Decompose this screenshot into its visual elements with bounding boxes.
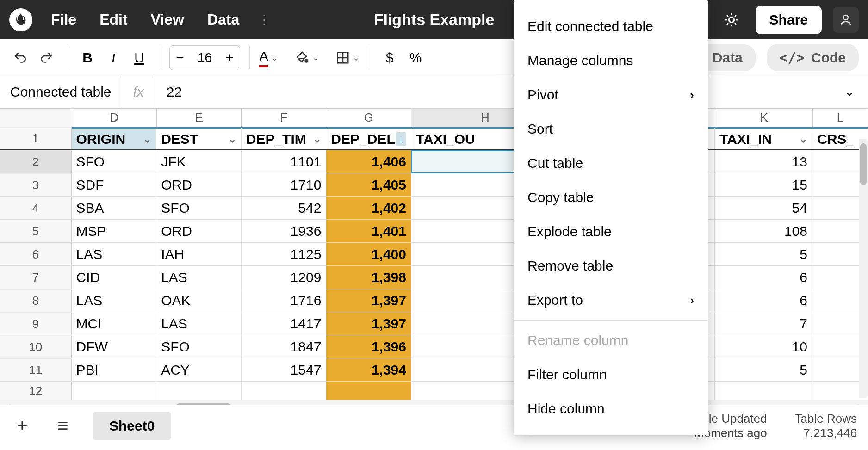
fill-color-button[interactable]: ⌄ (295, 50, 319, 65)
cell[interactable]: 108 (715, 220, 812, 242)
cell[interactable]: 1716 (242, 289, 327, 312)
cell[interactable]: 1547 (242, 358, 327, 381)
cell[interactable]: 1417 (242, 312, 327, 335)
menu-item[interactable]: Explode table (514, 215, 708, 249)
col-title-taxi-in[interactable]: TAXI_IN⌄ (715, 127, 812, 149)
menu-data[interactable]: Data (207, 11, 239, 28)
cell[interactable]: PBI (72, 358, 157, 381)
sheet-list-button[interactable]: ≡ (52, 415, 74, 436)
cell[interactable]: 1,401 (326, 220, 411, 242)
scroll-left-icon[interactable]: ◀ (0, 402, 14, 405)
horizontal-scrollbar[interactable]: ◀ ▶ (0, 400, 868, 405)
menu-item[interactable]: Sort (514, 112, 708, 146)
cell[interactable]: LAS (72, 243, 157, 265)
row-header[interactable]: 7 (0, 266, 72, 289)
cell[interactable]: LAS (156, 266, 242, 289)
cell[interactable] (72, 382, 157, 400)
add-sheet-button[interactable]: + (11, 415, 33, 436)
row-header[interactable]: 4 (0, 197, 72, 219)
menu-item[interactable]: Cut table (514, 146, 708, 180)
formula-input[interactable]: 22 (155, 84, 831, 100)
cell[interactable]: 5 (715, 358, 812, 381)
cell[interactable] (715, 382, 812, 400)
scroll-right-icon[interactable]: ▶ (854, 402, 868, 405)
menu-view[interactable]: View (151, 11, 184, 28)
app-logo[interactable] (9, 8, 32, 31)
menu-item[interactable]: Copy table (514, 180, 708, 215)
col-header-K[interactable]: K (715, 109, 813, 127)
row-header[interactable]: 1 (0, 127, 72, 149)
scroll-thumb[interactable] (860, 143, 867, 185)
italic-button[interactable]: I (102, 47, 124, 69)
cell[interactable]: LAS (156, 312, 242, 335)
text-color-button[interactable]: A ⌄ (259, 49, 278, 67)
cell[interactable]: MCI (72, 312, 157, 335)
doc-title[interactable]: Flights Example (374, 11, 495, 29)
bold-button[interactable]: B (76, 47, 99, 69)
cell[interactable]: 1,397 (326, 289, 411, 312)
cell[interactable]: 1,397 (326, 312, 411, 335)
menu-item[interactable]: Export to› (514, 283, 708, 317)
cell[interactable]: 1125 (242, 243, 327, 265)
share-button[interactable]: Share (756, 6, 822, 34)
row-header[interactable]: 3 (0, 173, 72, 196)
cell[interactable]: JFK (156, 150, 242, 173)
menu-item[interactable]: Filter column (514, 358, 708, 392)
cell[interactable]: 54 (715, 197, 812, 219)
vertical-scrollbar[interactable] (859, 139, 868, 398)
cell[interactable]: MSP (72, 220, 157, 242)
kebab-icon[interactable]: ⋮ (258, 12, 271, 27)
cell[interactable]: SDF (72, 173, 157, 196)
cell[interactable]: 7 (715, 312, 812, 335)
redo-icon[interactable] (35, 47, 57, 69)
row-header[interactable]: 9 (0, 312, 72, 335)
cell[interactable]: 1,396 (326, 335, 411, 358)
cell[interactable]: 1,394 (326, 358, 411, 381)
row-header[interactable]: 8 (0, 289, 72, 312)
cell[interactable]: 10 (715, 335, 812, 358)
underline-button[interactable]: U (128, 47, 150, 69)
col-title-dep-time[interactable]: DEP_TIM⌄ (242, 127, 327, 149)
row-header[interactable]: 6 (0, 243, 72, 265)
cell[interactable]: 1,405 (326, 173, 411, 196)
cell[interactable]: ACY (156, 358, 242, 381)
menu-file[interactable]: File (51, 11, 76, 28)
menu-item[interactable]: Edit connected table (514, 9, 708, 43)
col-header-L[interactable]: L (813, 109, 868, 127)
corner-cell[interactable] (0, 109, 72, 127)
cell[interactable]: 1,398 (326, 266, 411, 289)
scroll-thumb[interactable] (176, 403, 231, 405)
cell[interactable]: SBA (72, 197, 157, 219)
cell[interactable]: 1710 (242, 173, 327, 196)
cell[interactable]: IAH (156, 243, 242, 265)
cell[interactable]: 1936 (242, 220, 327, 242)
menu-item[interactable]: Pivot› (514, 78, 708, 112)
row-header[interactable]: 10 (0, 335, 72, 358)
cell[interactable]: SFO (72, 150, 157, 173)
menu-item[interactable]: Manage columns (514, 43, 708, 78)
chevron-down-icon[interactable]: ⌄ (831, 86, 868, 99)
user-icon[interactable] (833, 7, 859, 33)
undo-icon[interactable] (9, 47, 31, 69)
row-header[interactable]: 5 (0, 220, 72, 242)
cell[interactable] (242, 382, 327, 400)
menu-item[interactable]: Hide column (514, 392, 708, 426)
font-size-increase[interactable]: + (219, 50, 240, 66)
col-header-D[interactable]: D (72, 109, 157, 127)
cell[interactable] (326, 382, 411, 400)
col-header-F[interactable]: F (242, 109, 326, 127)
cell[interactable]: 1,400 (326, 243, 411, 265)
cell[interactable]: 6 (715, 289, 812, 312)
sheet-tab[interactable]: Sheet0 (93, 412, 171, 440)
col-title-dest[interactable]: DEST⌄ (156, 127, 242, 149)
cell[interactable]: SFO (156, 197, 242, 219)
col-header-G[interactable]: G (326, 109, 411, 127)
menu-item[interactable]: Remove table (514, 249, 708, 283)
cell[interactable]: OAK (156, 289, 242, 312)
cell[interactable]: 1847 (242, 335, 327, 358)
row-header[interactable]: 12 (0, 382, 72, 400)
cell[interactable] (156, 382, 242, 400)
name-box[interactable]: Connected table (0, 76, 122, 108)
brightness-icon[interactable] (719, 7, 744, 33)
code-chip[interactable]: </> Code (767, 44, 859, 71)
